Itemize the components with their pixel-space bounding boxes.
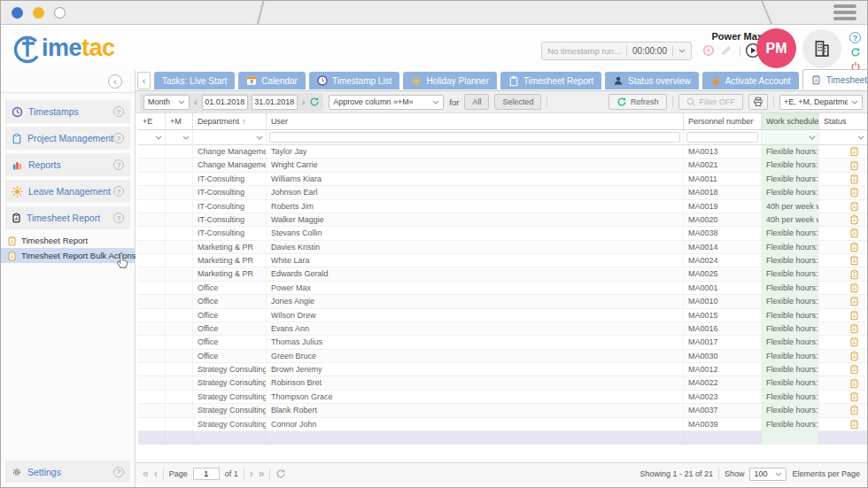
tab-timestamp-list[interactable]: Timestamp List [309,72,399,89]
tab-holiday-planner[interactable]: Holiday Planner [403,72,497,89]
cell-pe[interactable] [138,282,166,294]
cell-pe[interactable] [138,418,166,430]
cell-pe[interactable] [138,254,166,267]
column-header-personnel[interactable]: Personnel number [684,113,762,129]
prev-page-button[interactable]: ‹ [154,469,158,479]
timesheet-status-icon[interactable]: A [849,242,859,252]
column-header-status[interactable]: Status [819,113,867,129]
filter-status[interactable] [819,130,867,144]
sidebar-help-icon[interactable]: ? [113,159,124,170]
table-row[interactable]: Strategy Consulting Blank Robert MA0037 … [138,404,867,417]
cell-pe[interactable] [138,145,166,158]
browser-menu-icon[interactable] [833,4,856,23]
chevron-down-icon[interactable] [155,136,162,140]
apply-selected-button[interactable]: Selected [494,94,541,110]
sidebar-help-icon[interactable]: ? [113,186,124,197]
timesheet-status-icon[interactable]: A [849,160,859,171]
timesheet-status-icon[interactable]: A [849,323,859,334]
cell-pm[interactable] [166,336,193,348]
cell-pe[interactable] [138,200,166,213]
cell-pe[interactable] [138,159,166,171]
cell-pm[interactable] [166,241,193,253]
table-row[interactable]: Marketing & PR Edwards Gerald MA0025 Fle… [138,267,867,281]
column-header-department[interactable]: Department↑ [193,113,267,129]
cell-pm[interactable] [166,295,193,307]
cell-pm[interactable] [166,200,193,213]
cell-pm[interactable] [166,363,193,376]
timesheet-status-icon[interactable]: A [849,283,859,293]
cell-pm[interactable] [166,173,193,185]
column-header-schedule[interactable]: Work schedule [762,113,819,129]
filter-schedule[interactable] [762,130,819,144]
refresh-page-icon[interactable] [275,469,286,479]
help-icon[interactable]: ? [849,32,861,43]
table-row[interactable]: IT-Consulting Stevans Collin MA0038 Flex… [138,227,867,240]
sidebar-item-project-management[interactable]: Project Management ? [5,127,130,150]
chevron-down-icon[interactable] [809,136,816,140]
tab-calendar[interactable]: 3 Calendar [238,72,306,89]
cell-pe[interactable] [138,295,166,307]
sidebar-help-icon[interactable]: ? [113,213,124,223]
window-control-minimize[interactable] [33,7,44,19]
sidebar-item-leave-management[interactable]: Leave Management ? [5,180,130,203]
page-number-input[interactable] [193,468,220,480]
user-avatar[interactable]: PM [756,28,796,68]
cell-pe[interactable] [138,363,166,376]
cell-pe[interactable] [138,241,166,253]
cell-pe[interactable] [138,404,166,416]
filter-user-input[interactable] [269,132,680,143]
sidebar-item-reports[interactable]: Reports ? [5,153,130,176]
window-control-maximize[interactable] [54,7,66,19]
timesheet-status-icon[interactable]: A [849,214,859,225]
sidebar-sub-item-timesheet-report[interactable]: A Timesheet Report [1,233,135,248]
timesheet-status-icon[interactable]: A [849,187,859,198]
next-period-button[interactable]: › [301,97,306,107]
table-row[interactable]: Marketing & PR White Lara MA0024 Flexibl… [138,254,867,267]
table-row[interactable]: IT-Consulting Roberts Jim MA0019 40h per… [138,200,867,213]
timesheet-status-icon[interactable]: A [849,296,859,306]
sidebar-item-settings[interactable]: Settings ? [5,461,130,483]
bulk-action-select[interactable]: Approve column »+M« [329,95,444,110]
table-row[interactable]: IT-Consulting Johnson Earl MA0018 Flexib… [138,186,867,199]
table-row[interactable]: Strategy Consulting Robinson Bret MA0022… [138,376,867,390]
timesheet-status-icon[interactable]: A [849,228,859,238]
cell-pm[interactable] [166,213,193,226]
cell-pe[interactable] [138,186,166,198]
sidebar-item-timestamps[interactable]: Timestamps ? [5,100,130,123]
table-row[interactable]: IT-Consulting Walker Maggie MA0020 40h p… [138,213,867,227]
table-row[interactable]: Office Green Bruce MA0030 Flexible hours… [138,350,867,363]
tab-scroll-left-button[interactable]: ‹ [137,72,151,89]
table-row[interactable]: Change Management Taylor Jay MA0013 Flex… [138,145,867,159]
period-select[interactable]: Month [143,95,190,110]
cell-pe[interactable] [138,322,166,335]
cell-pe[interactable] [138,376,166,389]
table-row[interactable]: Office Thomas Julius MA0017 Flexible hou… [138,336,867,349]
settings-help-icon[interactable]: ? [113,467,124,477]
cell-pe[interactable] [138,173,166,185]
organization-button[interactable] [802,29,841,68]
window-control-close[interactable] [12,7,23,19]
table-row[interactable]: Office Evans Ann MA0016 Flexible hours: … [138,322,867,336]
cell-pm[interactable] [166,322,193,335]
timesheet-status-icon[interactable]: A [849,269,859,280]
table-row[interactable]: Marketing & PR Davies Kristin MA0014 Fle… [138,241,867,254]
cell-pm[interactable] [166,186,193,198]
page-size-select[interactable]: 100 [749,468,787,481]
filter-pe[interactable] [138,130,166,144]
reload-dates-icon[interactable] [309,97,320,107]
tab-tasks-live-start[interactable]: Tasks: Live Start [154,72,235,89]
sidebar-item-timesheet-report[interactable]: A Timesheet Report ? [5,206,130,229]
timesheet-status-icon[interactable]: A [849,391,859,402]
cell-pe[interactable] [138,391,166,403]
first-page-button[interactable]: « [143,469,149,479]
cell-pm[interactable] [166,227,193,239]
cell-pm[interactable] [166,254,193,267]
column-header-pm[interactable]: +M [166,113,193,129]
table-row[interactable]: Office Jones Angie MA0010 Flexible hours… [138,295,867,308]
apply-all-button[interactable]: All [464,94,489,110]
timesheet-status-icon[interactable]: A [849,310,859,321]
timesheet-status-icon[interactable]: A [849,378,859,389]
timesheet-status-icon[interactable]: A [849,419,859,430]
cell-pe[interactable] [138,227,166,239]
timesheet-status-icon[interactable]: A [849,201,859,212]
